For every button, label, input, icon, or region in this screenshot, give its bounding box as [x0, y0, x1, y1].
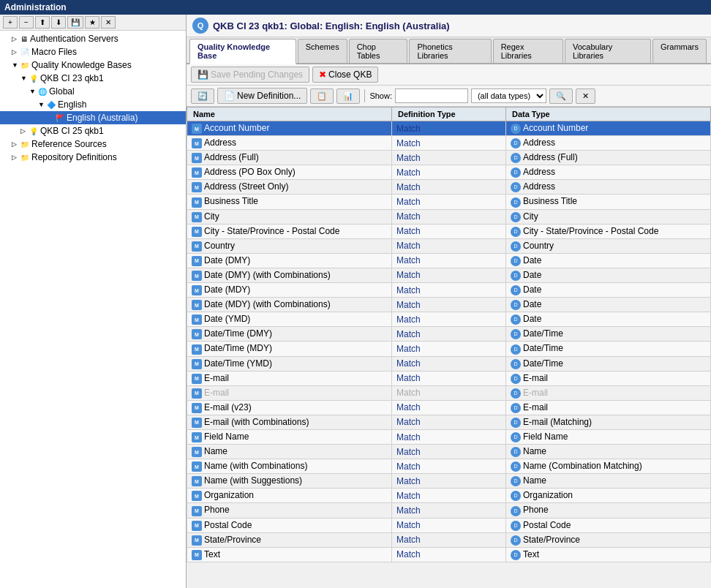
- table-row[interactable]: MAddress (Full) Match DAddress (Full): [187, 151, 711, 165]
- data-type-icon: D: [511, 461, 521, 472]
- table-row[interactable]: MAddress (Street Only) Match DAddress: [187, 180, 711, 195]
- tree-item-repo-defs[interactable]: ▷ 📁 Repository Definitions: [0, 151, 186, 164]
- close-qkb-button[interactable]: ✖ Close QKB: [312, 67, 378, 83]
- table-row[interactable]: MState/Province Match DState/Province: [187, 532, 711, 547]
- tree-item-english-australia[interactable]: 🚩 English (Australia): [0, 111, 186, 124]
- sidebar-btn-remove[interactable]: −: [19, 16, 34, 29]
- expander-english[interactable]: ▼: [38, 101, 47, 108]
- data-type-icon: D: [511, 138, 521, 148]
- cell-def-type: Match: [392, 121, 506, 136]
- data-type-icon: D: [511, 241, 521, 252]
- table-row[interactable]: MDate/Time (DMY) Match DDate/Time: [187, 327, 711, 342]
- cell-name: MAddress (PO Box Only): [187, 165, 392, 180]
- table-row[interactable]: MAccount Number Match DAccount Number: [187, 121, 711, 136]
- table-row[interactable]: MCountry Match DCountry: [187, 238, 711, 253]
- filter-refresh-btn[interactable]: 🔄: [191, 88, 214, 104]
- tree-item-auth-servers[interactable]: ▷ 🖥 Authentication Servers: [0, 32, 186, 45]
- new-definition-btn[interactable]: 📄 New Definition...: [217, 88, 307, 104]
- expander-ref[interactable]: ▷: [12, 140, 20, 148]
- datatype-select[interactable]: (all data types): [471, 88, 546, 103]
- cell-data-type: DE-mail: [505, 385, 710, 400]
- table-row[interactable]: ME-mail (with Combinations) Match DE-mai…: [187, 415, 711, 429]
- tab-chop-tables[interactable]: Chop Tables: [349, 39, 408, 63]
- tree-item-qkb25[interactable]: ▷ 💡 QKB CI 25 qkb1: [0, 124, 186, 137]
- table-row[interactable]: MDate (DMY) Match DDate: [187, 253, 711, 268]
- data-type-icon: D: [511, 167, 521, 178]
- table-row[interactable]: MName (with Combinations) Match DName (C…: [187, 459, 711, 474]
- table-row[interactable]: MDate (YMD) Match DDate: [187, 312, 711, 327]
- tree-item-ref-sources[interactable]: ▷ 📁 Reference Sources: [0, 137, 186, 151]
- copy-btn[interactable]: 📋: [310, 88, 334, 104]
- expander-qkb23[interactable]: ▼: [20, 75, 29, 82]
- expander-auth[interactable]: ▷: [12, 35, 20, 42]
- table-row[interactable]: MText Match DText: [187, 547, 711, 562]
- tab-regex-libraries[interactable]: Regex Libraries: [493, 39, 563, 63]
- tab-grammars[interactable]: Grammars: [652, 39, 707, 63]
- cell-data-type: DField Name: [505, 429, 710, 444]
- table-row[interactable]: ME-mail Match DE-mail: [187, 371, 711, 385]
- sidebar-btn-star[interactable]: ★: [85, 16, 99, 29]
- qkb-header: Q QKB CI 23 qkb1: Global: English: Engli…: [187, 15, 711, 37]
- sidebar-btn-close[interactable]: ✕: [101, 16, 116, 29]
- table-row[interactable]: MCity - State/Province - Postal Code Mat…: [187, 224, 711, 238]
- table-row[interactable]: MDate (DMY) (with Combinations) Match DD…: [187, 268, 711, 282]
- cell-def-type: Match: [392, 518, 506, 532]
- properties-btn[interactable]: 📊: [336, 88, 360, 104]
- table-row[interactable]: MAddress Match DAddress: [187, 136, 711, 151]
- data-type-icon: D: [511, 344, 521, 355]
- expander-qkb25[interactable]: ▷: [20, 127, 29, 135]
- table-row[interactable]: MBusiness Title Match DBusiness Title: [187, 195, 711, 209]
- table-row[interactable]: MPostal Code Match DPostal Code: [187, 518, 711, 532]
- cell-name: MDate (MDY) (with Combinations): [187, 298, 392, 312]
- table-row[interactable]: MCity Match DCity: [187, 209, 711, 224]
- cell-name: MName (with Combinations): [187, 459, 392, 474]
- tree-item-english[interactable]: ▼ 🔷 English: [0, 98, 186, 111]
- clear-btn[interactable]: ✕: [576, 88, 595, 104]
- tab-schemes[interactable]: Schemes: [298, 39, 347, 63]
- col-header-definition-type[interactable]: Definition Type: [392, 108, 506, 121]
- match-icon: M: [192, 359, 202, 369]
- tab-quality-knowledge-base[interactable]: Quality Knowledge Base: [189, 39, 296, 64]
- expander-macro[interactable]: ▷: [12, 48, 20, 56]
- table-row[interactable]: MDate (MDY) Match DDate: [187, 283, 711, 298]
- table-row[interactable]: MName Match DName: [187, 445, 711, 459]
- sidebar-btn-add[interactable]: +: [3, 16, 18, 29]
- expander-repo[interactable]: ▷: [12, 154, 20, 161]
- cell-data-type: DCity - State/Province - Postal Code: [505, 224, 710, 238]
- cell-data-type: DDate: [505, 298, 710, 312]
- save-button[interactable]: 💾 Save Pending Changes: [191, 67, 309, 83]
- expander-qkb[interactable]: ▼: [12, 61, 20, 69]
- table-row[interactable]: MName (with Suggestions) Match DName: [187, 474, 711, 489]
- table-row[interactable]: MDate/Time (YMD) Match DDate/Time: [187, 356, 711, 371]
- sidebar-btn-save[interactable]: 💾: [67, 16, 83, 29]
- match-icon: M: [192, 256, 202, 266]
- tree-item-global[interactable]: ▼ 🌐 Global: [0, 85, 186, 98]
- macro-icon: 📄: [20, 48, 29, 56]
- table-row[interactable]: ME-mail (v23) Match DE-mail: [187, 400, 711, 415]
- cell-def-type: Match: [392, 209, 506, 224]
- table-row[interactable]: MField Name Match DField Name: [187, 429, 711, 444]
- table-row[interactable]: MPhone Match DPhone: [187, 503, 711, 518]
- col-header-data-type[interactable]: Data Type: [505, 108, 710, 121]
- show-select[interactable]: Match All: [395, 88, 468, 103]
- table-row[interactable]: MDate/Time (MDY) Match DDate/Time: [187, 342, 711, 356]
- table-row[interactable]: ME-mail Match DE-mail: [187, 385, 711, 400]
- table-row[interactable]: MAddress (PO Box Only) Match DAddress: [187, 165, 711, 180]
- tab-phonetics-libraries[interactable]: Phonetics Libraries: [409, 39, 491, 63]
- tree-label-repo: Repository Definitions: [31, 152, 117, 162]
- col-header-name[interactable]: Name: [187, 108, 392, 121]
- cell-def-type: Match: [392, 283, 506, 298]
- sidebar-btn-down[interactable]: ⬇: [51, 16, 66, 29]
- tree-item-qkb[interactable]: ▼ 📁 Quality Knowledge Bases: [0, 59, 186, 72]
- search-btn[interactable]: 🔍: [549, 88, 573, 104]
- table-row[interactable]: MOrganization Match DOrganization: [187, 489, 711, 503]
- cell-def-type: Match: [392, 503, 506, 518]
- expander-global[interactable]: ▼: [29, 88, 38, 95]
- sidebar-btn-up[interactable]: ⬆: [35, 16, 50, 29]
- tree-item-macro-files[interactable]: ▷ 📄 Macro Files: [0, 45, 186, 59]
- tree-item-qkb23[interactable]: ▼ 💡 QKB CI 23 qkb1: [0, 72, 186, 85]
- save-label: Save Pending Changes: [211, 69, 303, 80]
- tab-vocabulary-libraries[interactable]: Vocabulary Libraries: [565, 39, 651, 63]
- table-row[interactable]: MDate (MDY) (with Combinations) Match DD…: [187, 298, 711, 312]
- match-icon: M: [192, 271, 202, 281]
